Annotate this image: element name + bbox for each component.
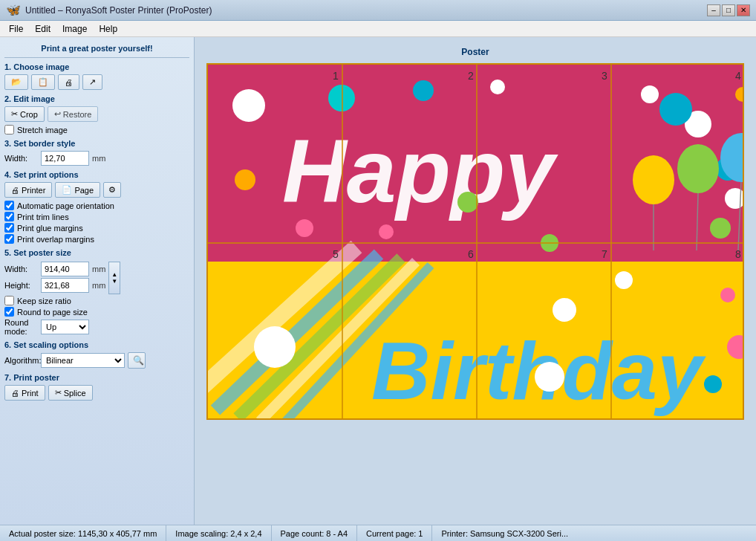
title-bar: 🦋 Untitled – RonyaSoft Poster Printer (P… (0, 0, 756, 21)
svg-point-19 (379, 224, 394, 239)
print-poster-label: Print (22, 389, 39, 398)
poster-width-unit: mm (92, 265, 105, 273)
print-poster-button[interactable]: 🖨 Print (4, 385, 45, 401)
svg-point-16 (659, 93, 692, 126)
svg-text:2: 2 (468, 70, 474, 82)
border-width-row: Width: mm (4, 151, 189, 166)
splice-label: Splice (64, 389, 86, 398)
page-icon: 📄 (62, 185, 72, 195)
scroll-up-icon: ▲ (111, 271, 117, 278)
size-scroll-bar[interactable]: ▲ ▼ (108, 262, 120, 294)
poster-width-input[interactable] (41, 262, 89, 276)
svg-text:6: 6 (468, 248, 474, 260)
right-panel: Poster Happy Birthd (195, 37, 756, 525)
round-mode-select[interactable]: Up Down Nearest (41, 320, 89, 334)
svg-point-26 (615, 271, 633, 289)
algorithm-row: Algorithm: Bilinear Bicubic Nearest Neig… (4, 352, 189, 369)
round-page-row: Round to page size (4, 307, 189, 317)
round-page-label: Round to page size (17, 308, 88, 317)
page-button[interactable]: 📄 Page (55, 182, 100, 198)
panel-header: Print a great poster yourself! (4, 42, 189, 58)
svg-point-27 (535, 362, 564, 392)
poster-svg: Happy Birthday (208, 65, 744, 420)
open-clipboard-button[interactable]: 📋 (31, 74, 55, 90)
menu-file[interactable]: File (3, 22, 29, 36)
printer-icon: 🖨 (11, 186, 19, 195)
section-scaling-title: 6. Set scaling options (4, 340, 189, 349)
section-edit-image-title: 2. Edit image (4, 94, 189, 103)
keep-ratio-label: Keep size ratio (17, 297, 71, 305)
border-width-label: Width: (4, 154, 38, 163)
splice-icon: ✂ (55, 388, 62, 398)
keep-ratio-checkbox[interactable] (4, 296, 14, 305)
border-width-input[interactable] (41, 151, 89, 166)
svg-text:5: 5 (333, 248, 339, 260)
print-overlap-label: Print overlap margins (17, 235, 94, 244)
svg-point-12 (490, 80, 505, 94)
status-printer: Printer: Samsung SCX-3200 Seri... (432, 525, 756, 541)
restore-label: Restore (63, 110, 92, 119)
menu-image[interactable]: Image (56, 22, 93, 36)
print-poster-buttons: 🖨 Print ✂ Splice (4, 385, 189, 401)
app-logo: 🦋 (6, 3, 21, 17)
svg-text:1: 1 (333, 70, 339, 82)
restore-button[interactable]: ↩ Restore (48, 106, 99, 122)
svg-point-9 (232, 89, 265, 122)
close-button[interactable]: ✕ (737, 4, 750, 16)
svg-point-29 (720, 288, 735, 302)
menu-help[interactable]: Help (93, 22, 123, 36)
url-button[interactable]: ↗ (82, 74, 102, 90)
algorithm-select[interactable]: Bilinear Bicubic Nearest Neighbor (41, 353, 125, 368)
algorithm-label: Algorithm: (4, 356, 38, 365)
print-trim-checkbox[interactable] (4, 212, 14, 221)
maximize-button[interactable]: □ (722, 4, 735, 16)
auto-orientation-checkbox[interactable] (4, 201, 14, 210)
splice-button[interactable]: ✂ Splice (48, 385, 93, 401)
svg-point-25 (553, 298, 576, 322)
poster-height-label: Height: (4, 281, 38, 290)
print-overlap-row: Print overlap margins (4, 234, 189, 244)
open-file-button[interactable]: 📂 (4, 74, 28, 90)
section-print-poster-title: 7. Print poster (4, 373, 189, 382)
title-bar-text: Untitled – RonyaSoft Poster Printer (Pro… (25, 5, 707, 16)
menu-bar: File Edit Image Help (0, 21, 756, 37)
status-actual-size: Actual poster size: 1145,30 x 405,77 mm (0, 525, 166, 541)
settings-icon: ⚙ (108, 185, 116, 195)
poster-height-input[interactable] (41, 278, 89, 293)
svg-point-11 (641, 85, 659, 103)
stretch-image-checkbox[interactable] (4, 125, 14, 135)
title-bar-buttons: – □ ✕ (707, 4, 750, 16)
print-options-buttons: 🖨 Printer 📄 Page ⚙ (4, 182, 189, 198)
svg-point-32 (633, 155, 674, 204)
choose-image-buttons: 📂 📋 🖨 ↗ (4, 74, 189, 90)
svg-text:4: 4 (735, 70, 741, 82)
section-poster-size-title: 5. Set poster size (4, 248, 189, 257)
print-options-extra-button[interactable]: ⚙ (103, 182, 121, 198)
url-icon: ↗ (89, 77, 96, 87)
section-border-style-title: 3. Set border style (4, 139, 189, 148)
print-glue-checkbox[interactable] (4, 223, 14, 233)
poster-width-label: Width: (4, 265, 38, 273)
poster-height-unit: mm (92, 281, 105, 290)
menu-edit[interactable]: Edit (29, 22, 56, 36)
crop-button[interactable]: ✂ Crop (4, 106, 45, 122)
auto-orientation-row: Automatic page orientation (4, 201, 189, 210)
minimize-button[interactable]: – (707, 4, 720, 16)
zoom-button[interactable]: 🔍 (128, 352, 146, 369)
round-mode-row: Round mode: Up Down Nearest (4, 318, 189, 336)
main-layout: Print a great poster yourself! 1. Choose… (0, 37, 756, 525)
svg-point-31 (704, 375, 722, 393)
svg-text:8: 8 (735, 248, 741, 260)
border-width-unit: mm (92, 154, 105, 163)
scanner-button[interactable]: 🖨 (58, 74, 79, 90)
print-overlap-checkbox[interactable] (4, 234, 14, 244)
section-print-options-title: 4. Set print options (4, 170, 189, 179)
printer-button[interactable]: 🖨 Printer (4, 182, 52, 198)
open-file-icon: 📂 (11, 77, 22, 87)
status-image-scaling: Image scaling: 2,4 x 2,4 (166, 525, 271, 541)
edit-image-buttons: ✂ Crop ↩ Restore (4, 106, 189, 122)
crop-label: Crop (20, 110, 38, 119)
round-mode-label: Round mode: (4, 318, 38, 336)
round-page-checkbox[interactable] (4, 307, 14, 317)
scroll-down-icon: ▼ (111, 278, 117, 285)
